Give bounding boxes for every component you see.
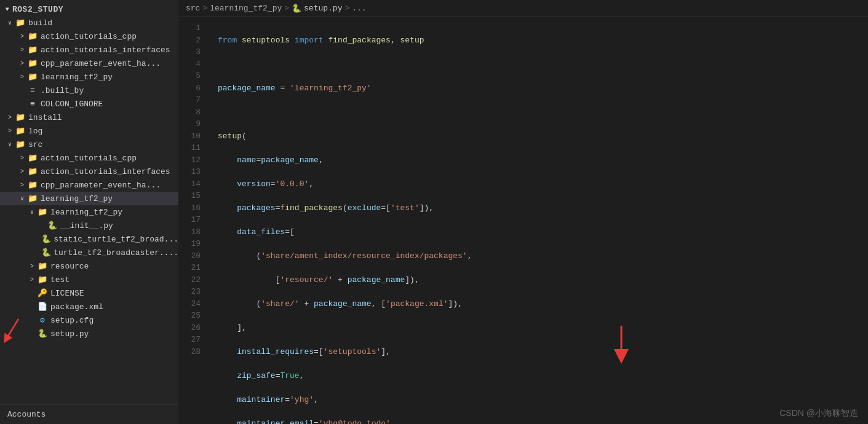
watermark-text: CSDN @小海聊智造	[779, 408, 858, 418]
watermark: CSDN @小海聊智造	[779, 408, 858, 419]
breadcrumb-file: setup.py	[304, 4, 342, 13]
folder-icon: 📁	[37, 275, 48, 285]
label: install	[28, 113, 62, 122]
folder-icon: 📁	[27, 58, 38, 68]
code-area: 1 2 3 4 5 6 7 8 9 10 11 12 13 14 15 16 1…	[178, 17, 868, 424]
py-icon: 🐍	[41, 234, 51, 244]
code-line: install_requires=['setuptools'],	[218, 346, 868, 358]
license-icon: 🔑	[37, 288, 48, 298]
code-line: setup(	[218, 130, 868, 143]
label: test	[50, 275, 70, 285]
sidebar-item-action-tutorials-cpp-2[interactable]: > 📁 action_tutorials_cpp	[0, 151, 178, 165]
code-line: name=package_name,	[218, 154, 868, 167]
sidebar-item-cpp-param-1[interactable]: > 📁 cpp_parameter_event_ha...	[0, 57, 178, 70]
arr: >	[27, 277, 37, 283]
file-icon: ≡	[27, 100, 38, 109]
code-line: ('share/' + package_name, ['package.xml'…	[218, 298, 868, 310]
folder-icon: 📁	[37, 261, 48, 271]
sidebar-item-learning-tf2-py-build[interactable]: > 📁 learning_tf2_py	[0, 70, 178, 84]
code-editor[interactable]: from setuptools import find_packages, se…	[210, 17, 868, 424]
arr: >	[17, 60, 27, 67]
line-numbers: 1 2 3 4 5 6 7 8 9 10 11 12 13 14 15 16 1…	[178, 17, 210, 424]
sidebar-item-log[interactable]: > 📁 log	[0, 124, 178, 138]
label: action_tutorials_cpp	[41, 32, 137, 41]
arr: >	[27, 263, 37, 270]
sidebar-item-install[interactable]: > 📁 install	[0, 111, 178, 124]
folder-icon: 📁	[37, 207, 48, 217]
py-icon: 🐍	[37, 329, 48, 339]
breadcrumb-sep1: >	[202, 4, 207, 13]
label: setup.py	[50, 329, 89, 339]
sidebar-item-built-by[interactable]: ≡ .built_by	[0, 84, 178, 97]
label: turtle_tf2_broadcaster....	[54, 248, 178, 257]
code-line: from setuptools import find_packages, se…	[218, 34, 868, 47]
folder-icon: 📁	[15, 139, 26, 149]
folder-icon: 📁	[27, 180, 38, 190]
folder-icon: 📁	[27, 45, 38, 55]
sidebar-item-package-xml[interactable]: 📄 package.xml	[0, 300, 178, 313]
sidebar-item-learning-tf2-py-inner[interactable]: ∨ 📁 learning_tf2_py	[0, 205, 178, 219]
breadcrumb-src: src	[186, 4, 200, 13]
code-line: ('share/ament_index/resource_index/packa…	[218, 250, 868, 262]
label: cpp_parameter_event_ha...	[41, 181, 161, 190]
folder-icon: 📁	[27, 194, 38, 203]
breadcrumb-pkg: learning_tf2_py	[210, 4, 282, 13]
code-line	[218, 106, 868, 119]
sidebar-item-learning-tf2-py-outer[interactable]: ∨ 📁 learning_tf2_py	[0, 192, 178, 205]
sidebar-item-action-tutorials-interfaces-1[interactable]: > 📁 action_tutorials_interfaces	[0, 43, 178, 57]
build-arrow: ∨	[5, 19, 15, 26]
sidebar-item-cpp-param-2[interactable]: > 📁 cpp_parameter_event_ha...	[0, 178, 178, 192]
sidebar-item-src[interactable]: ∨ 📁 src	[0, 138, 178, 151]
py-icon: 🐍	[41, 248, 51, 257]
code-line: ['resource/' + package_name]),	[218, 274, 868, 286]
editor: src > learning_tf2_py > 🐍 setup.py > ...…	[178, 0, 868, 424]
label: COLCON_IGNORE	[41, 100, 103, 109]
sidebar-item-turtle-tf2[interactable]: 🐍 turtle_tf2_broadcaster....	[0, 246, 178, 259]
folder-icon: 📁	[27, 31, 38, 41]
sidebar-item-build[interactable]: ∨ 📁 build	[0, 16, 178, 29]
code-line: maintainer_email='yhg@todo.todo',	[218, 418, 868, 425]
sidebar-item-setup-cfg[interactable]: ⚙ setup.cfg	[0, 313, 178, 327]
sidebar-item-license[interactable]: 🔑 LICENSE	[0, 286, 178, 300]
label: src	[28, 140, 42, 149]
sidebar-item-colcon-ignore[interactable]: ≡ COLCON_IGNORE	[0, 97, 178, 111]
folder-icon: 📁	[27, 153, 38, 163]
sidebar-item-static-turtle[interactable]: 🐍 static_turtle_tf2_broad...	[0, 232, 178, 246]
sidebar-item-action-tutorials-interfaces-2[interactable]: > 📁 action_tutorials_interfaces	[0, 165, 178, 178]
label: learning_tf2_py	[50, 208, 122, 217]
label: __init__.py	[60, 221, 113, 230]
file-tree: ▼ ROS2_STUDY ∨ 📁 build > 📁 action_tutori…	[0, 0, 178, 404]
code-line: ],	[218, 322, 868, 334]
label: learning_tf2_py	[41, 73, 113, 82]
sidebar-item-action-tutorials-cpp-1[interactable]: > 📁 action_tutorials_cpp	[0, 29, 178, 43]
label: action_tutorials_interfaces	[41, 45, 170, 55]
label: .built_by	[41, 86, 84, 95]
label: cpp_parameter_event_ha...	[41, 59, 161, 68]
code-line: packages=find_packages(exclude=['test'])…	[218, 202, 868, 214]
sidebar-item-init-py[interactable]: 🐍 __init__.py	[0, 219, 178, 232]
breadcrumb-ellipsis: ...	[352, 4, 366, 13]
breadcrumb: src > learning_tf2_py > 🐍 setup.py > ...	[178, 0, 868, 17]
sidebar: ▼ ROS2_STUDY ∨ 📁 build > 📁 action_tutori…	[0, 0, 178, 424]
label: static_turtle_tf2_broad...	[54, 235, 178, 244]
sidebar-item-setup-py[interactable]: 🐍 setup.py	[0, 327, 178, 340]
arr: ∨	[27, 208, 37, 216]
label: log	[28, 127, 42, 136]
folder-icon: 📁	[15, 18, 26, 28]
arr: >	[17, 33, 27, 40]
sidebar-item-root[interactable]: ▼ ROS2_STUDY	[0, 2, 178, 16]
arr: ∨	[17, 195, 27, 202]
folder-icon: 📁	[27, 167, 38, 176]
accounts-label: Accounts	[7, 410, 46, 419]
accounts-bar[interactable]: Accounts	[0, 404, 178, 424]
arr: >	[5, 128, 15, 135]
breadcrumb-sep3: >	[344, 4, 349, 13]
breadcrumb-sep2: >	[284, 4, 289, 13]
sidebar-item-test[interactable]: > 📁 test	[0, 273, 178, 286]
arr: ∨	[5, 141, 15, 148]
folder-icon: 📁	[15, 112, 26, 122]
sidebar-item-resource[interactable]: > 📁 resource	[0, 259, 178, 273]
label: package.xml	[50, 302, 103, 312]
arr: >	[5, 114, 15, 121]
label: action_tutorials_interfaces	[41, 167, 170, 176]
